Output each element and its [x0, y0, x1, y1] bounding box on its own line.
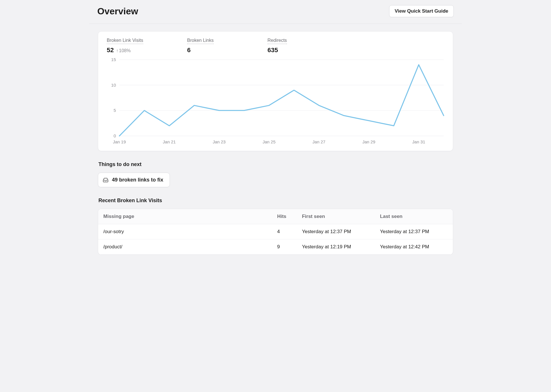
chart-broken-link-visits: 051015Jan 19Jan 21Jan 23Jan 25Jan 27Jan … — [105, 57, 446, 146]
svg-text:Jan 23: Jan 23 — [213, 139, 226, 144]
stats-card: Broken Link Visits 52 ↑108% Broken Links… — [98, 31, 453, 151]
svg-text:Jan 21: Jan 21 — [163, 139, 176, 144]
cell-first-seen: Yesterday at 12:37 PM — [297, 224, 375, 239]
inbox-icon — [103, 177, 108, 183]
col-header-hits: Hits — [272, 209, 297, 224]
col-header-first-seen: First seen — [297, 209, 375, 224]
stat-value: 635 — [267, 46, 278, 54]
todo-broken-links-button[interactable]: 49 broken links to fix — [98, 173, 170, 187]
cell-missing-page: /product/ — [98, 239, 272, 255]
stat-delta-text: 108% — [119, 48, 131, 53]
svg-text:10: 10 — [111, 83, 116, 87]
cell-missing-page: /our-sotry — [98, 224, 272, 239]
page-title: Overview — [97, 6, 138, 17]
line-chart: 051015Jan 19Jan 21Jan 23Jan 25Jan 27Jan … — [105, 57, 447, 146]
svg-text:Jan 29: Jan 29 — [362, 139, 375, 144]
stat-label: Redirects — [267, 38, 287, 44]
view-quick-start-guide-button[interactable]: View Quick Start Guide — [389, 5, 454, 17]
cell-hits: 4 — [272, 224, 297, 239]
svg-text:Jan 25: Jan 25 — [263, 139, 276, 144]
arrow-up-icon: ↑ — [116, 48, 118, 53]
stat-value: 52 — [107, 46, 114, 54]
stat-redirects: Redirects 635 — [267, 38, 313, 54]
stat-value: 6 — [187, 46, 191, 54]
table-row[interactable]: /our-sotry4Yesterday at 12:37 PMYesterda… — [98, 224, 453, 239]
stat-label: Broken Links — [187, 38, 214, 44]
section-title-todo: Things to do next — [98, 161, 453, 167]
svg-text:15: 15 — [111, 57, 116, 62]
cell-first-seen: Yesterday at 12:19 PM — [297, 239, 375, 255]
cell-hits: 9 — [272, 239, 297, 255]
svg-text:Jan 27: Jan 27 — [313, 139, 325, 144]
table-header-row: Missing page Hits First seen Last seen — [98, 209, 453, 224]
stat-broken-link-visits: Broken Link Visits 52 ↑108% — [107, 38, 153, 54]
cell-last-seen: Yesterday at 12:42 PM — [375, 239, 453, 255]
col-header-missing-page: Missing page — [98, 209, 272, 224]
table-row[interactable]: /product/9Yesterday at 12:19 PMYesterday… — [98, 239, 453, 255]
todo-item-label: 49 broken links to fix — [112, 177, 163, 183]
cell-last-seen: Yesterday at 12:37 PM — [375, 224, 453, 239]
svg-text:5: 5 — [114, 108, 116, 113]
svg-text:Jan 31: Jan 31 — [412, 139, 425, 144]
recent-broken-links-table: Missing page Hits First seen Last seen /… — [98, 209, 453, 255]
stat-broken-links: Broken Links 6 — [187, 38, 233, 54]
svg-text:0: 0 — [114, 133, 116, 138]
section-title-recent: Recent Broken Link Visits — [98, 198, 453, 204]
col-header-last-seen: Last seen — [375, 209, 453, 224]
page-header: Overview View Quick Start Guide — [89, 0, 462, 24]
stats-row: Broken Link Visits 52 ↑108% Broken Links… — [105, 38, 446, 54]
svg-text:Jan 19: Jan 19 — [113, 139, 126, 144]
stat-delta: ↑108% — [116, 48, 131, 53]
stat-label: Broken Link Visits — [107, 38, 143, 44]
